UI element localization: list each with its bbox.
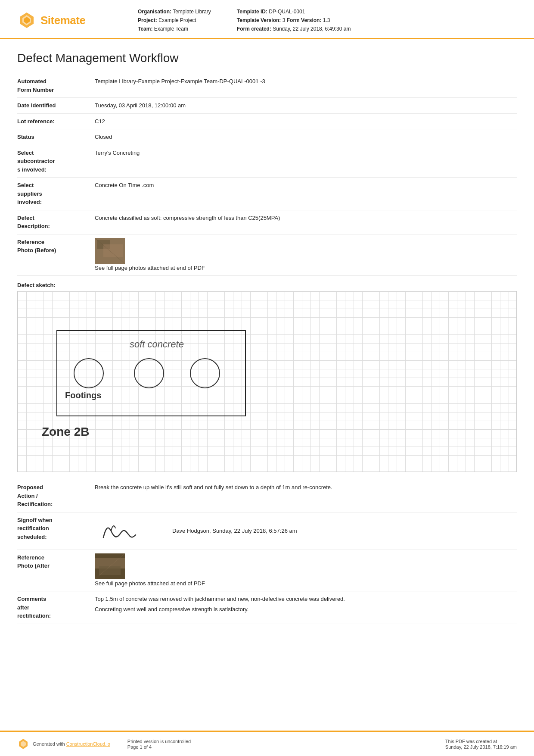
value-defect-description: Concrete classified as soft: compressive… (95, 214, 517, 222)
footer-pdf-created-value: Sunday, 22 July 2018, 7:16:19 am (445, 744, 517, 750)
signoff-person: Dave Hodgson, Sunday, 22 July 2018, 6:57… (172, 527, 297, 535)
doc-title: Defect Management Workflow (17, 51, 517, 65)
field-proposed-action: ProposedAction /Rectification: Break the… (17, 480, 517, 512)
template-id-label: Template ID: (237, 9, 267, 15)
label-lot-reference: Lot reference: (17, 117, 95, 126)
sketch-circle-2 (134, 358, 164, 388)
template-version-value: 3 (283, 17, 286, 23)
thumbnail-before (95, 238, 125, 264)
value-select-suppliers: Concrete On Time .com (95, 181, 517, 190)
field-signoff: Signoff whenrectificationscheduled: Dave… (17, 512, 517, 550)
label-signoff: Signoff whenrectificationscheduled: (17, 516, 95, 541)
sketch-footings-text: Footings (65, 390, 101, 400)
field-automated-form-number: AutomatedForm Number Template Library-Ex… (17, 74, 517, 98)
footer-link[interactable]: ConstructionCloud.io (66, 741, 110, 747)
form-created-row: Form created: Sunday, 22 July 2018, 6:49… (237, 25, 351, 33)
sitemate-logo-icon (17, 11, 36, 30)
project-value: Example Project (158, 17, 196, 23)
after-photo-svg (95, 553, 125, 579)
before-photo-svg (95, 238, 125, 264)
org-value: Template Library (173, 9, 211, 15)
label-status: Status (17, 133, 95, 141)
label-select-suppliers: Selectsuppliersinvolved: (17, 181, 95, 206)
footer-middle: Printed version is uncontrolled Page 1 o… (127, 739, 191, 750)
template-version-label: Template Version: (237, 17, 281, 23)
defect-sketch: soft concrete Footings Zone 2B (17, 291, 517, 472)
project-label: Project: (138, 17, 157, 23)
footer-logo: Generated with ConstructionCloud.io (17, 738, 110, 750)
photo-note-before: See full page photos attached at end of … (95, 265, 205, 271)
value-proposed-action: Break the concrete up while it's still s… (95, 483, 517, 492)
logo-text-main: Sitemate (40, 14, 85, 27)
value-comments: Top 1.5m of concrete was removed with ja… (95, 595, 517, 613)
team-label: Team: (138, 26, 152, 32)
field-reference-photo-before: ReferencePhoto (Before) See full page ph… (17, 234, 517, 276)
project-row: Project: Example Project (138, 16, 211, 24)
sketch-circle-1 (74, 358, 104, 388)
value-automated-form-number: Template Library-Example Project-Example… (95, 77, 517, 86)
field-defect-description: DefectDescription: Concrete classified a… (17, 210, 517, 234)
comments-line1: Top 1.5m of concrete was removed with ja… (95, 595, 517, 603)
org-row: Organisation: Template Library (138, 8, 211, 16)
field-comments: Commentsafterrectification: Top 1.5m of … (17, 591, 517, 624)
page-footer: Generated with ConstructionCloud.io Prin… (0, 731, 534, 756)
header-meta: Organisation: Template Library Project: … (138, 8, 517, 33)
logo-text: Sitemate (40, 14, 85, 27)
label-reference-photo-after: ReferencePhoto (After (17, 553, 95, 570)
sketch-circle-3 (190, 358, 220, 388)
field-select-suppliers: Selectsuppliersinvolved: Concrete On Tim… (17, 178, 517, 210)
team-value: Example Team (154, 26, 188, 32)
footer-right: This PDF was created at Sunday, 22 July … (445, 739, 517, 750)
footer-page: Page 1 of 4 (127, 744, 191, 750)
field-select-subcontractors: Selectsubcontractors involved: Terry's C… (17, 145, 517, 178)
field-status: Status Closed (17, 129, 517, 145)
sketch-zone-text: Zone 2B (42, 425, 89, 439)
signature-svg (95, 516, 146, 546)
signature-area: Dave Hodgson, Sunday, 22 July 2018, 6:57… (95, 516, 517, 546)
logo-area: Sitemate (17, 8, 103, 33)
signature-image (95, 516, 146, 546)
field-lot-reference: Lot reference: C12 (17, 114, 517, 130)
value-lot-reference: C12 (95, 117, 517, 126)
page-header: Sitemate Organisation: Template Library … (0, 0, 534, 39)
sketch-drawing: soft concrete Footings Zone 2B (18, 291, 516, 472)
label-comments: Commentsafterrectification: (17, 595, 95, 620)
footer-logo-icon (17, 738, 29, 750)
header-col-left: Organisation: Template Library Project: … (138, 8, 211, 33)
label-reference-photo-before: ReferencePhoto (Before) (17, 238, 95, 255)
value-select-subcontractors: Terry's Concreting (95, 149, 517, 157)
main-content: Defect Management Workflow AutomatedForm… (0, 39, 534, 731)
footer-pdf-created-label: This PDF was created at (445, 739, 517, 744)
svg-rect-9 (99, 566, 121, 575)
footer-uncontrolled: Printed version is uncontrolled (127, 739, 191, 744)
comments-line2: Concreting went well and compressive str… (95, 605, 517, 614)
label-date-identified: Date identified (17, 101, 95, 110)
field-date-identified: Date identified Tuesday, 03 April 2018, … (17, 98, 517, 114)
team-row: Team: Example Team (138, 25, 211, 33)
form-created-value: Sunday, 22 July 2018, 6:49:30 am (273, 26, 351, 32)
thumbnail-after (95, 553, 125, 579)
value-reference-photo-before: See full page photos attached at end of … (95, 238, 517, 272)
value-status: Closed (95, 133, 517, 141)
svg-rect-5 (103, 244, 123, 257)
template-id-row: Template ID: DP-QUAL-0001 (237, 8, 351, 16)
template-id-value: DP-QUAL-0001 (269, 9, 305, 15)
field-reference-photo-after: ReferencePhoto (After See full page phot… (17, 550, 517, 592)
header-col-right: Template ID: DP-QUAL-0001 Template Versi… (237, 8, 351, 33)
photo-note-after: See full page photos attached at end of … (95, 580, 205, 587)
form-version-value: 1.3 (323, 17, 330, 23)
sketch-soft-concrete-text: soft concrete (130, 339, 184, 350)
sketch-label: Defect sketch: (17, 282, 517, 288)
label-automated-form-number: AutomatedForm Number (17, 77, 95, 94)
org-label: Organisation: (138, 9, 171, 15)
form-created-label: Form created: (237, 26, 271, 32)
value-date-identified: Tuesday, 03 April 2018, 12:00:00 am (95, 101, 517, 110)
label-defect-description: DefectDescription: (17, 214, 95, 231)
label-select-subcontractors: Selectsubcontractors involved: (17, 149, 95, 174)
form-version-label: Form Version: (287, 17, 322, 23)
value-reference-photo-after: See full page photos attached at end of … (95, 553, 517, 588)
template-version-row: Template Version: 3 Form Version: 1.3 (237, 16, 351, 24)
label-proposed-action: ProposedAction /Rectification: (17, 483, 95, 509)
value-signoff: Dave Hodgson, Sunday, 22 July 2018, 6:57… (95, 516, 517, 546)
footer-generated-text: Generated with ConstructionCloud.io (33, 741, 110, 747)
